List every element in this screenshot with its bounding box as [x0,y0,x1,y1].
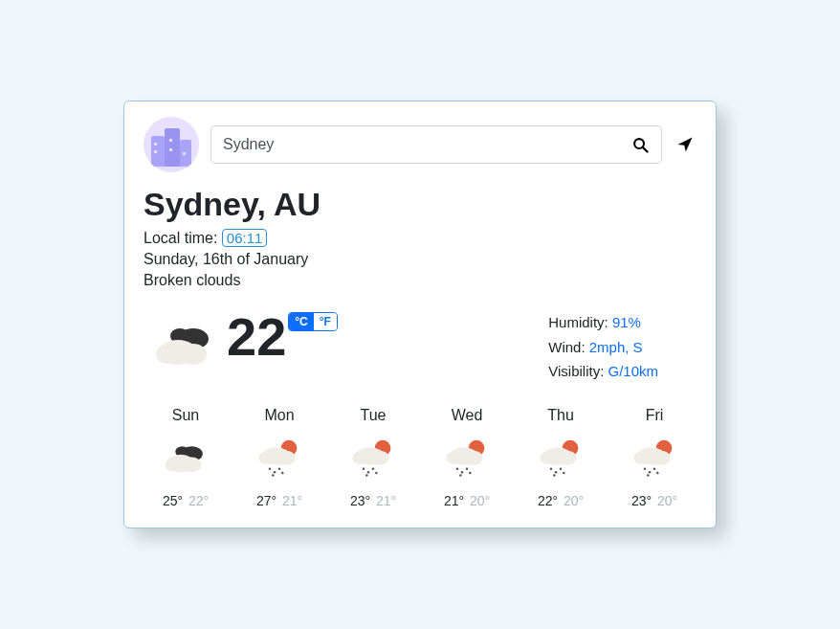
forecast-day-name: Thu [522,407,599,424]
svg-point-27 [372,467,375,470]
humidity-line: Humidity: 91% [548,310,658,335]
local-time-label: Local time: [144,230,222,246]
visibility-line: Visibility: G/10km [548,359,658,384]
details-block: Humidity: 91% Wind: 2mph, S Visibility: … [548,310,696,384]
forecast-day-temps: 21° 20° [429,493,505,508]
forecast-day-name: Sun [147,407,224,424]
search-row [144,117,696,172]
svg-point-53 [649,471,652,474]
forecast-day-icon [147,436,224,482]
forecast-day-temps: 25° 22° [147,493,224,508]
svg-point-41 [558,450,577,464]
rain-sun-icon [349,438,397,479]
rain-sun-icon [537,438,585,479]
search-box [210,125,662,164]
svg-point-36 [466,467,469,470]
forecast-day: Tue 23° 21° [335,407,411,508]
forecast-day: Wed 21° 20° [429,407,505,508]
svg-point-29 [365,474,368,477]
forecast-hi: 25° [163,493,183,508]
svg-point-45 [560,467,563,470]
forecast-hi: 23° [631,493,652,508]
forecast-lo: 20° [564,493,584,508]
svg-point-32 [464,450,483,464]
svg-point-20 [272,474,275,477]
forecast-row: Sun 25° 22° Mon 27° 21° Tue 23° 21° Wed [144,407,696,508]
forecast-lo: 21° [282,493,302,508]
svg-point-35 [461,471,464,474]
broken-clouds-icon [162,441,210,476]
unit-celsius-button[interactable]: °C [289,313,313,330]
svg-point-51 [633,451,650,463]
current-temp-block: 22 °C °F [225,310,338,364]
svg-point-16 [269,467,272,470]
svg-point-14 [276,450,296,464]
locate-button[interactable] [674,133,696,156]
unit-toggle: °C °F [288,312,338,331]
humidity-value: 91% [612,314,641,330]
svg-point-42 [540,451,556,463]
forecast-lo: 20° [470,493,490,508]
search-icon [632,137,649,153]
svg-point-23 [370,450,389,464]
svg-point-10 [182,457,201,472]
svg-point-50 [652,450,671,464]
forecast-day-temps: 27° 21° [241,493,318,508]
svg-line-1 [642,146,647,151]
svg-point-46 [563,472,565,475]
visibility-label: Visibility: [548,363,608,379]
forecast-hi: 22° [538,493,558,508]
forecast-day-temps: 22° 20° [522,493,599,508]
svg-point-6 [156,345,177,364]
forecast-day-icon [522,436,599,482]
humidity-label: Humidity: [548,314,612,330]
broken-clouds-icon [151,322,218,370]
wind-line: Wind: 2mph, S [548,335,658,360]
local-time-line: Local time: 06:11 [144,229,696,247]
svg-point-54 [653,467,656,470]
unit-fahrenheit-button[interactable]: °F [314,313,337,330]
svg-point-43 [550,467,553,470]
svg-point-38 [459,474,462,477]
forecast-day-icon [241,436,318,482]
svg-point-34 [456,467,459,470]
forecast-day-name: Tue [335,407,411,424]
weather-card: Sydney, AU Local time: 06:11 Sunday, 16t… [123,101,717,528]
svg-point-18 [278,467,281,470]
svg-point-11 [166,458,181,471]
search-input[interactable] [223,136,630,153]
svg-point-37 [469,472,472,475]
forecast-hi: 27° [256,493,276,508]
forecast-day-icon [429,436,505,482]
forecast-day-name: Wed [429,407,505,424]
svg-point-26 [367,471,370,474]
svg-point-28 [375,472,378,475]
svg-point-24 [352,451,368,463]
wind-value: 2mph, S [589,339,643,355]
forecast-day-temps: 23° 21° [335,493,411,508]
local-time-value: 06:11 [222,229,268,247]
forecast-lo: 22° [188,493,209,508]
date-line: Sunday, 16th of January [144,251,696,268]
current-weather-icon [144,310,225,370]
svg-point-5 [180,344,207,365]
forecast-day-name: Mon [241,407,318,424]
search-button[interactable] [630,135,650,154]
svg-point-44 [555,471,558,474]
svg-point-15 [258,451,275,463]
city-logo [144,117,199,172]
location-arrow-icon [676,136,694,153]
condition-line: Broken clouds [144,272,696,289]
svg-point-19 [281,472,284,475]
svg-point-56 [647,474,650,477]
wind-label: Wind: [548,339,589,355]
current-conditions: 22 °C °F Humidity: 91% Wind: 2mph, S Vis… [144,310,696,384]
forecast-day-icon [616,436,693,482]
forecast-day: Thu 22° 20° [522,407,599,508]
forecast-day-name: Fri [616,407,693,424]
forecast-day: Fri 23° 20° [616,407,693,508]
rain-sun-icon [630,438,678,479]
forecast-day-icon [335,436,411,482]
svg-point-33 [446,451,462,463]
svg-point-25 [363,467,365,470]
